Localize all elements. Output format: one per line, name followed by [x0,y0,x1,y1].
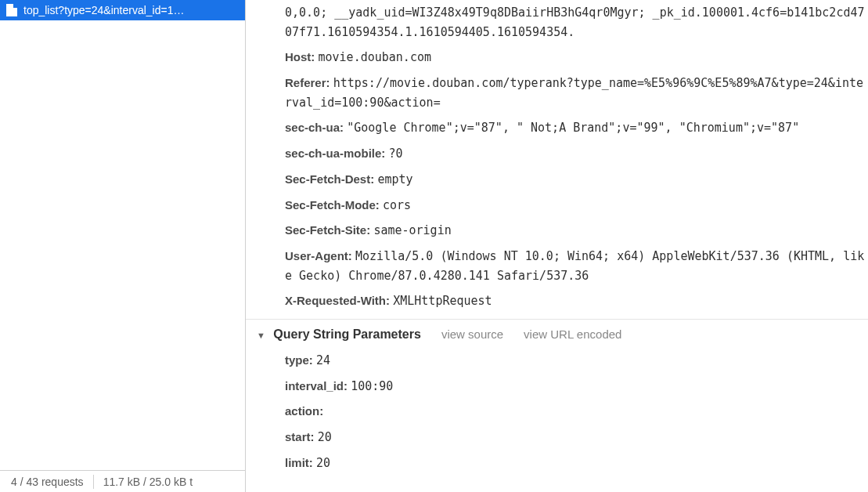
devtools-layout: top_list?type=24&interval_id=1… 4 / 43 r… [0,0,868,492]
query-param-line: type: 24 [271,348,868,374]
query-param-line: limit: 20 [271,450,868,476]
section-title-wrap: ▼ Query String Parameters [257,327,421,342]
header-name: Referer: [285,76,330,89]
header-name: User-Agent: [285,249,352,262]
status-transfer-size: 11.7 kB / 25.0 kB t [103,476,193,488]
query-param-line: start: 20 [271,425,868,450]
view-url-encoded-link[interactable]: view URL encoded [524,327,621,341]
request-row-selected[interactable]: top_list?type=24&interval_id=1… [0,0,245,20]
header-line: Sec-Fetch-Dest: empty [271,167,868,193]
query-param-name: interval_id: [285,379,348,393]
query-param-value: 24 [316,353,330,367]
file-icon [6,4,17,16]
query-param-name: start: [285,430,315,443]
status-separator [93,475,94,489]
header-name: sec-ch-ua-mobile: [285,147,385,160]
header-name: sec-ch-ua: [285,121,344,134]
query-string-params-block: type: 24interval_id: 100:90action: start… [246,346,868,476]
header-line: Sec-Fetch-Site: same-origin [271,218,868,244]
query-param-line: interval_id: 100:90 [271,374,868,400]
section-title: Query String Parameters [273,327,421,341]
header-line-cookie-tail: 0,0.0; __yadk_uid=WI3Z48x49T9q8DBaiirHB3… [271,0,868,45]
request-details-panel: 0,0.0; __yadk_uid=WI3Z48x49T9q8DBaiirHB3… [246,0,868,492]
network-status-bar: 4 / 43 requests 11.7 kB / 25.0 kB t [0,470,245,492]
header-name: Sec-Fetch-Dest: [285,172,374,186]
header-name: Sec-Fetch-Site: [285,223,370,237]
header-line: sec-ch-ua: "Google Chrome";v="87", " Not… [271,115,868,141]
header-value: 0,0.0; __yadk_uid=WI3Z48x49T9q8DBaiirHB3… [285,5,865,39]
query-param-name: type: [285,353,313,367]
request-headers-block: 0,0.0; __yadk_uid=WI3Z48x49T9q8DBaiirHB3… [246,0,868,319]
details-scroll: 0,0.0; __yadk_uid=WI3Z48x49T9q8DBaiirHB3… [246,0,868,483]
header-name: Sec-Fetch-Mode: [285,198,380,212]
query-param-name: limit: [285,456,313,469]
header-line: Referer: https://movie.douban.com/typera… [271,71,868,115]
header-line: Host: movie.douban.com [271,45,868,71]
header-value: Mozilla/5.0 (Windows NT 10.0; Win64; x64… [285,249,864,283]
view-source-link[interactable]: view source [441,327,503,341]
header-line: Sec-Fetch-Mode: cors [271,193,868,219]
status-requests-count: 4 / 43 requests [11,476,84,488]
header-value: https://movie.douban.com/typerank?type_n… [285,76,863,110]
query-param-value: 100:90 [351,379,393,393]
header-name: X-Requested-With: [285,294,390,307]
triangle-down-icon: ▼ [257,331,265,340]
header-value: cors [383,198,411,212]
header-name: Host: [285,50,315,63]
header-value: ?0 [389,147,403,161]
header-value: empty [377,172,412,186]
query-param-name: action: [285,404,323,418]
header-value: XMLHttpRequest [393,294,492,308]
query-param-value: 20 [318,430,332,444]
query-param-value: 20 [316,456,330,470]
query-string-section-header[interactable]: ▼ Query String Parameters view source vi… [246,319,868,346]
query-param-line: action: [271,399,868,425]
request-row-label: top_list?type=24&interval_id=1… [23,4,184,16]
header-line: X-Requested-With: XMLHttpRequest [271,288,868,314]
header-value: same-origin [373,223,451,237]
header-value: movie.douban.com [319,50,432,64]
header-line: sec-ch-ua-mobile: ?0 [271,141,868,167]
requests-list: top_list?type=24&interval_id=1… [0,0,245,470]
header-value: "Google Chrome";v="87", " Not;A Brand";v… [347,121,799,135]
header-line: User-Agent: Mozilla/5.0 (Windows NT 10.0… [271,244,868,288]
network-requests-sidebar: top_list?type=24&interval_id=1… 4 / 43 r… [0,0,246,492]
